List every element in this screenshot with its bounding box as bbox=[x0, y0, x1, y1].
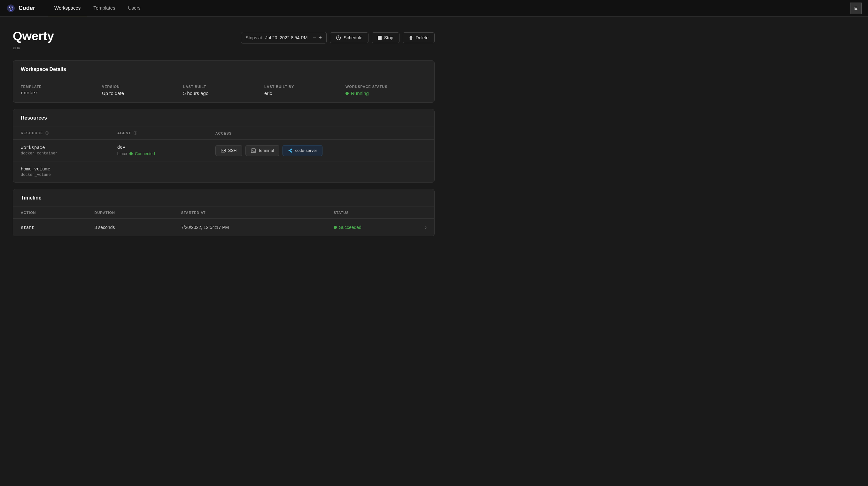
workspace-owner: eric bbox=[13, 45, 54, 50]
volume-name: home_volume bbox=[21, 166, 102, 172]
last-built-by-label: LAST BUILT BY bbox=[264, 85, 338, 89]
resources-table: RESOURCE ⓘ AGENT ⓘ ACCESS workspace dock… bbox=[13, 127, 434, 182]
ssh-button[interactable]: SSH bbox=[215, 145, 242, 156]
nav-users[interactable]: Users bbox=[122, 0, 147, 16]
col-started-at: STARTED AT bbox=[174, 207, 326, 219]
status-cell: WORKSPACE STATUS Running bbox=[345, 85, 427, 96]
version-cell: VERSION Up to date bbox=[102, 85, 183, 96]
timeline-header-row: ACTION DURATION STARTED AT STATUS bbox=[13, 207, 434, 219]
svg-rect-2 bbox=[251, 149, 256, 153]
brand-icon bbox=[6, 4, 16, 13]
code-server-button[interactable]: code-server bbox=[282, 145, 323, 156]
resource-name: workspace bbox=[21, 145, 102, 150]
workspace-details-card: Workspace Details TEMPLATE docker VERSIO… bbox=[13, 60, 435, 103]
volume-name-cell: home_volume docker_volume bbox=[13, 161, 110, 183]
ssh-label: SSH bbox=[228, 148, 237, 153]
stops-label: Stops at bbox=[246, 35, 262, 40]
volume-access-cell bbox=[208, 161, 434, 183]
timeline-duration-cell: 3 seconds bbox=[87, 219, 174, 236]
timeline-status: Succeeded › bbox=[334, 224, 427, 230]
last-built-by-value: eric bbox=[264, 90, 338, 96]
agent-cell: dev Linux Connected bbox=[110, 140, 208, 161]
resource-row-workspace: workspace docker_container dev Linux Con… bbox=[13, 140, 434, 161]
template-cell: TEMPLATE docker bbox=[21, 85, 102, 96]
nav-links: Workspaces Templates Users bbox=[48, 0, 147, 16]
succeeded-dot bbox=[334, 226, 337, 229]
col-duration: DURATION bbox=[87, 207, 174, 219]
workspace-title-block: Qwerty eric bbox=[13, 29, 54, 50]
decrease-time-button[interactable]: − bbox=[313, 35, 316, 40]
col-access: ACCESS bbox=[208, 127, 434, 140]
status-succeeded: Succeeded bbox=[334, 225, 362, 230]
last-built-cell: LAST BUILT 5 hours ago bbox=[183, 85, 264, 96]
schedule-time-pill[interactable]: Stops at Jul 20, 2022 8:54 PM − + bbox=[241, 32, 327, 43]
timeline-row[interactable]: start 3 seconds 7/20/2022, 12:54:17 PM S… bbox=[13, 219, 434, 236]
agent-status: Linux Connected bbox=[117, 151, 200, 156]
user-avatar[interactable]: E bbox=[850, 3, 862, 14]
connected-dot bbox=[129, 152, 133, 155]
brand-label: Coder bbox=[19, 5, 35, 11]
agent-info-icon: ⓘ bbox=[133, 131, 137, 135]
increase-time-button[interactable]: + bbox=[319, 35, 322, 40]
vscode-icon bbox=[288, 148, 293, 153]
terminal-icon bbox=[251, 148, 256, 153]
status-label: WORKSPACE STATUS bbox=[345, 85, 419, 89]
timeline-started: 7/20/2022, 12:54:17 PM bbox=[181, 225, 229, 230]
stop-button-label: Stop bbox=[384, 35, 394, 40]
stop-icon bbox=[378, 36, 381, 40]
resources-card: Resources RESOURCE ⓘ AGENT ⓘ ACCESS bbox=[13, 109, 435, 183]
timeline-started-cell: 7/20/2022, 12:54:17 PM bbox=[174, 219, 326, 236]
ssh-icon bbox=[221, 148, 226, 153]
workspace-header: Qwerty eric Stops at Jul 20, 2022 8:54 P… bbox=[13, 29, 435, 50]
resource-type: docker_container bbox=[21, 151, 102, 156]
status-value: Running bbox=[345, 90, 419, 96]
volume-agent-cell bbox=[110, 161, 208, 183]
code-server-label: code-server bbox=[295, 148, 317, 153]
workspace-actions: Stops at Jul 20, 2022 8:54 PM − + Schedu… bbox=[241, 32, 435, 43]
main-content: Qwerty eric Stops at Jul 20, 2022 8:54 P… bbox=[0, 17, 447, 255]
last-built-label: LAST BUILT bbox=[183, 85, 257, 89]
chevron-right-icon: › bbox=[425, 224, 427, 230]
timeline-table: ACTION DURATION STARTED AT STATUS start … bbox=[13, 207, 434, 236]
template-value: docker bbox=[21, 90, 94, 96]
col-agent: AGENT ⓘ bbox=[110, 127, 208, 140]
col-status: STATUS bbox=[326, 207, 434, 219]
timeline-card: Timeline ACTION DURATION STARTED AT STAT… bbox=[13, 189, 435, 236]
volume-type: docker_volume bbox=[21, 173, 102, 177]
version-label: VERSION bbox=[102, 85, 176, 89]
agent-name: dev bbox=[117, 145, 200, 150]
timeline-duration: 3 seconds bbox=[95, 225, 115, 230]
pill-controls: − + bbox=[313, 35, 322, 40]
terminal-label: Terminal bbox=[258, 148, 274, 153]
col-resource: RESOURCE ⓘ bbox=[13, 127, 110, 140]
access-buttons: SSH Terminal bbox=[215, 145, 427, 156]
col-action: ACTION bbox=[13, 207, 87, 219]
template-label: TEMPLATE bbox=[21, 85, 94, 89]
resources-header: Resources bbox=[13, 109, 434, 127]
last-built-value: 5 hours ago bbox=[183, 90, 257, 96]
resource-row-volume: home_volume docker_volume bbox=[13, 161, 434, 183]
timeline-status-cell: Succeeded › bbox=[326, 219, 434, 236]
connection-status: Connected bbox=[135, 151, 155, 156]
schedule-button-label: Schedule bbox=[344, 35, 362, 40]
nav-templates[interactable]: Templates bbox=[87, 0, 121, 16]
schedule-button[interactable]: Schedule bbox=[330, 32, 368, 43]
resource-name-cell: workspace docker_container bbox=[13, 140, 110, 161]
timeline-action: start bbox=[21, 225, 34, 230]
resource-info-icon: ⓘ bbox=[45, 131, 49, 135]
delete-button[interactable]: 🗑 Delete bbox=[403, 32, 435, 43]
clock-icon bbox=[336, 35, 341, 40]
delete-button-label: Delete bbox=[416, 35, 429, 40]
terminal-button[interactable]: Terminal bbox=[245, 145, 279, 156]
resources-header-row: RESOURCE ⓘ AGENT ⓘ ACCESS bbox=[13, 127, 434, 140]
svg-rect-1 bbox=[221, 149, 226, 152]
nav-right: E bbox=[850, 3, 862, 14]
workspace-details-header: Workspace Details bbox=[13, 61, 434, 78]
timeline-header: Timeline bbox=[13, 189, 434, 207]
stop-button[interactable]: Stop bbox=[372, 32, 400, 43]
nav-workspaces[interactable]: Workspaces bbox=[48, 0, 87, 16]
brand: Coder bbox=[6, 4, 35, 13]
agent-os: Linux bbox=[117, 151, 127, 156]
status-dot bbox=[345, 92, 349, 95]
timeline-action-cell: start bbox=[13, 219, 87, 236]
